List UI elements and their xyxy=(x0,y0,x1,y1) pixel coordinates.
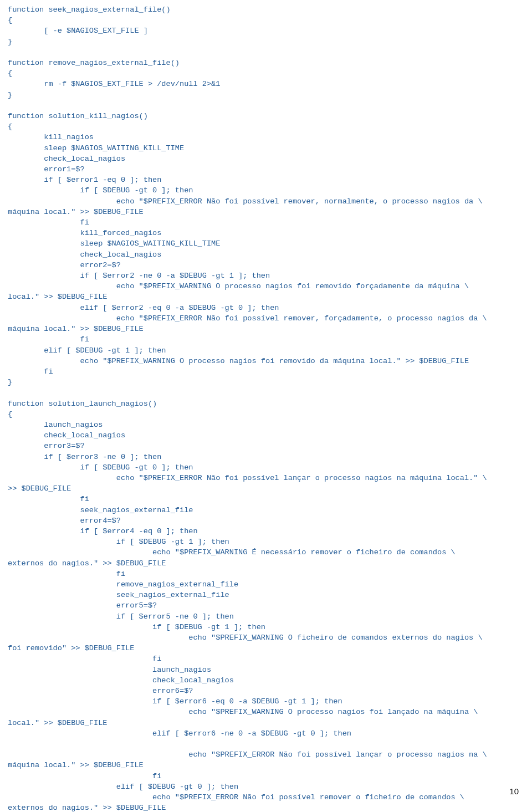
page-number: 10 xyxy=(509,786,519,796)
code-block: function seek_nagios_external_file() { [… xyxy=(0,0,532,812)
